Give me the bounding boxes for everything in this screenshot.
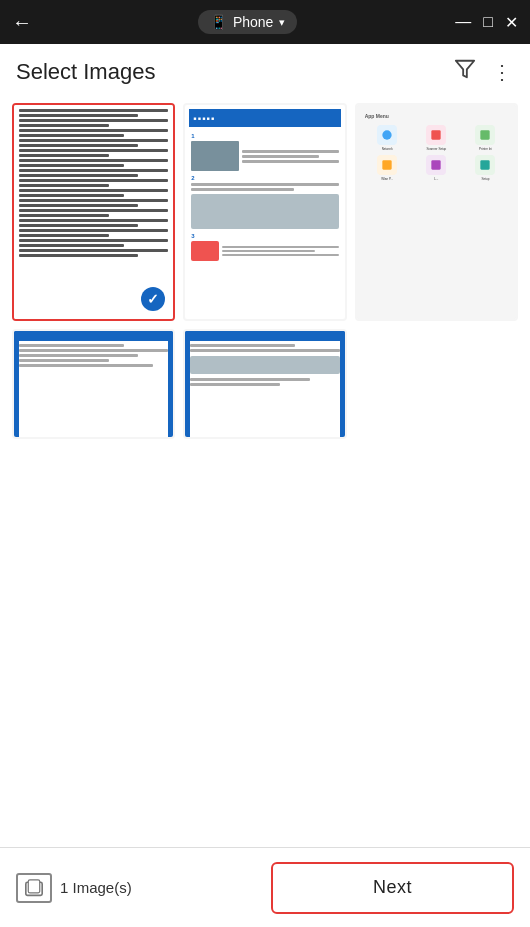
doc-image-block — [191, 141, 239, 171]
next-button[interactable]: Next — [271, 862, 514, 914]
doc-line — [19, 254, 138, 257]
footer: 1 Image(s) Next — [0, 847, 530, 927]
doc-red-block — [191, 241, 219, 261]
doc-header-bar: ■ ■ ■ ■ ■ — [189, 109, 340, 127]
svg-marker-0 — [456, 61, 474, 78]
doc-line — [19, 224, 138, 227]
selected-badge: ✓ — [141, 287, 165, 311]
doc-line — [19, 234, 109, 237]
image-count-label: 1 Image(s) — [60, 879, 132, 896]
doc-line — [19, 244, 124, 247]
doc-line — [19, 124, 109, 127]
doc-line — [19, 189, 168, 192]
svg-point-1 — [383, 130, 392, 139]
image-count-icon — [16, 873, 52, 903]
doc-line — [19, 164, 124, 167]
doc-line — [19, 194, 124, 197]
more-options-button[interactable]: ⋮ — [490, 58, 514, 86]
doc-line — [19, 214, 109, 217]
device-label: Phone — [233, 14, 273, 30]
image-thumb-4[interactable] — [12, 329, 175, 439]
doc-line — [19, 209, 168, 212]
image-thumb-3[interactable]: App Menu Network Scanner Setup — [355, 103, 518, 321]
doc-line — [19, 144, 138, 147]
doc-line — [19, 149, 168, 152]
doc-line — [19, 239, 168, 242]
selected-images-info: 1 Image(s) — [16, 873, 255, 903]
doc-line — [19, 229, 168, 232]
doc-line — [19, 139, 168, 142]
restore-button[interactable]: □ — [483, 13, 493, 31]
back-button[interactable]: ← — [12, 11, 32, 34]
device-selector[interactable]: 📱 Phone ▾ — [198, 10, 297, 34]
svg-rect-2 — [432, 130, 441, 139]
svg-rect-8 — [28, 879, 39, 892]
page-title: Select Images — [16, 59, 155, 85]
doc-line — [19, 129, 168, 132]
doc-line — [19, 179, 168, 182]
title-bar: ← 📱 Phone ▾ — □ ✕ — [0, 0, 530, 44]
svg-rect-5 — [432, 160, 441, 169]
minimize-button[interactable]: — — [455, 13, 471, 31]
doc-line — [19, 154, 109, 157]
image-thumb-5[interactable] — [183, 329, 346, 439]
filter-button[interactable] — [452, 56, 478, 87]
svg-rect-6 — [481, 160, 490, 169]
gallery-grid: ✓ ■ ■ ■ ■ ■ 1 — [12, 103, 518, 439]
doc-line — [19, 174, 138, 177]
doc-line — [19, 134, 124, 137]
doc-line — [19, 169, 168, 172]
phone-icon: 📱 — [210, 14, 227, 30]
doc-line — [19, 119, 168, 122]
image-thumb-1[interactable]: ✓ — [12, 103, 175, 321]
image-gallery: ✓ ■ ■ ■ ■ ■ 1 — [0, 95, 530, 847]
doc-line — [19, 219, 168, 222]
filter-icon — [454, 58, 476, 80]
doc-line — [19, 159, 168, 162]
page-header: Select Images ⋮ — [0, 44, 530, 95]
close-button[interactable]: ✕ — [505, 13, 518, 32]
doc-line — [19, 199, 168, 202]
chevron-down-icon: ▾ — [279, 16, 285, 29]
doc-line — [19, 109, 168, 112]
doc-main-image — [191, 194, 338, 229]
doc-line — [19, 204, 138, 207]
svg-rect-3 — [481, 130, 490, 139]
doc-line — [19, 249, 168, 252]
image-thumb-2[interactable]: ■ ■ ■ ■ ■ 1 2 — [183, 103, 346, 321]
doc-line — [19, 184, 109, 187]
svg-rect-4 — [383, 160, 392, 169]
doc-line — [19, 114, 138, 117]
